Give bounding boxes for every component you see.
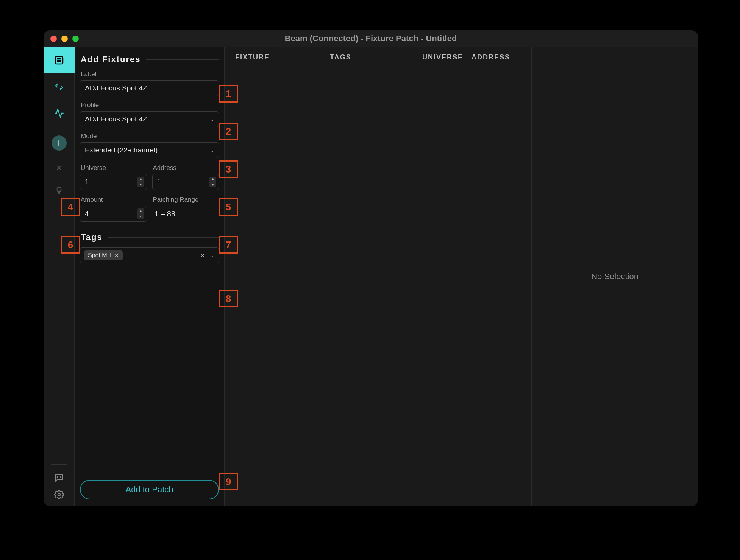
tags-input[interactable]: Spot MH ✕ ✕ ⌄ bbox=[80, 247, 219, 263]
close-icon: × bbox=[56, 162, 62, 174]
col-address[interactable]: ADDRESS bbox=[471, 53, 521, 61]
patching-range-text: 1 – 88 bbox=[152, 206, 219, 222]
gear-icon bbox=[54, 490, 64, 499]
profile-select[interactable]: ADJ Focus Spot 4Z ⌄ bbox=[80, 111, 219, 127]
rail-feedback-button[interactable] bbox=[54, 473, 64, 483]
activity-icon bbox=[54, 108, 64, 118]
rail-tab-activity[interactable] bbox=[44, 100, 75, 126]
profile-value: ADJ Focus Spot 4Z bbox=[85, 115, 147, 123]
chevron-down-icon: ⌄ bbox=[209, 252, 214, 258]
message-code-icon bbox=[54, 473, 64, 483]
universe-value: 1 bbox=[85, 178, 89, 186]
svg-point-6 bbox=[58, 493, 60, 496]
col-universe[interactable]: UNIVERSE bbox=[422, 53, 471, 61]
sidebar-rail: + × bbox=[44, 47, 75, 506]
rail-settings-button[interactable] bbox=[54, 490, 64, 499]
bulb-icon bbox=[55, 186, 63, 194]
address-value: 1 bbox=[157, 178, 161, 186]
amount-label: Amount bbox=[81, 196, 147, 204]
stepper-buttons[interactable]: ▲▼ bbox=[137, 177, 144, 187]
col-fixture[interactable]: FIXTURE bbox=[235, 53, 330, 61]
tag-chip-label: Spot MH bbox=[88, 252, 111, 259]
app-window: Beam (Connected) - Fixture Patch - Untit… bbox=[44, 30, 698, 506]
tags-heading-text: Tags bbox=[81, 232, 103, 242]
tag-remove-button[interactable]: ✕ bbox=[114, 252, 119, 258]
stepper-buttons[interactable]: ▲▼ bbox=[209, 177, 216, 187]
stepper-buttons[interactable]: ▲▼ bbox=[137, 208, 144, 219]
amount-stepper[interactable]: 4 ▲▼ bbox=[80, 206, 147, 222]
tags-heading: Tags bbox=[81, 232, 219, 242]
add-fixtures-panel: Add Fixtures Label ADJ Focus Spot 4Z Pro… bbox=[75, 47, 225, 506]
label-label: Label bbox=[81, 70, 219, 78]
rail-bulb-button[interactable] bbox=[44, 179, 75, 202]
window-title: Beam (Connected) - Fixture Patch - Untit… bbox=[44, 34, 698, 44]
rail-tab-fixtures[interactable] bbox=[44, 47, 75, 73]
panel-heading-text: Add Fixtures bbox=[81, 54, 141, 64]
detail-pane: No Selection bbox=[532, 47, 698, 506]
list-icon bbox=[53, 54, 65, 66]
address-stepper[interactable]: 1 ▲▼ bbox=[152, 174, 219, 190]
mode-value: Extended (22-channel) bbox=[85, 146, 158, 154]
label-value: ADJ Focus Spot 4Z bbox=[85, 84, 147, 92]
no-selection-text: No Selection bbox=[591, 272, 639, 282]
mode-label: Mode bbox=[81, 132, 219, 140]
table-header-row: FIXTURE TAGS UNIVERSE ADDRESS bbox=[225, 47, 531, 68]
panel-heading: Add Fixtures bbox=[81, 54, 219, 64]
add-to-patch-button[interactable]: Add to Patch bbox=[80, 480, 219, 499]
tags-clear-button[interactable]: ✕ bbox=[200, 252, 205, 259]
profile-label: Profile bbox=[81, 101, 219, 109]
address-label: Address bbox=[153, 164, 219, 172]
titlebar: Beam (Connected) - Fixture Patch - Untit… bbox=[44, 30, 698, 47]
universe-stepper[interactable]: 1 ▲▼ bbox=[80, 174, 147, 190]
universe-label: Universe bbox=[81, 164, 147, 172]
rail-add-button[interactable]: + bbox=[44, 130, 75, 156]
mode-select[interactable]: Extended (22-channel) ⌄ bbox=[80, 142, 219, 158]
patch-table: FIXTURE TAGS UNIVERSE ADDRESS bbox=[225, 47, 532, 506]
range-label: Patching Range bbox=[153, 196, 219, 204]
amount-value: 4 bbox=[85, 210, 89, 218]
rail-close-button[interactable]: × bbox=[44, 156, 75, 179]
chevron-down-icon: ⌄ bbox=[210, 147, 215, 153]
tag-chip: Spot MH ✕ bbox=[84, 250, 123, 260]
plug-icon bbox=[54, 81, 64, 92]
plus-icon: + bbox=[52, 135, 67, 151]
col-tags[interactable]: TAGS bbox=[330, 53, 422, 61]
rail-tab-patch[interactable] bbox=[44, 73, 75, 100]
add-to-patch-label: Add to Patch bbox=[126, 485, 173, 495]
label-input[interactable]: ADJ Focus Spot 4Z bbox=[80, 80, 219, 96]
chevron-down-icon: ⌄ bbox=[210, 116, 215, 122]
